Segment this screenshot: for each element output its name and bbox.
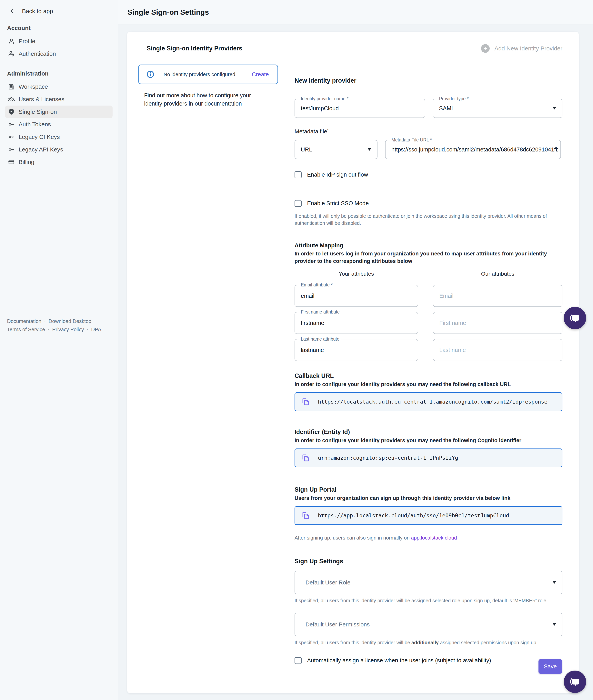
save-button[interactable]: Save	[539, 659, 562, 674]
lastname-attribute-field[interactable]: Last name attribute lastname	[294, 339, 418, 361]
providers-list-column: No identity providers configured. Create…	[138, 65, 278, 664]
firstname-attribute-label: First name attribute	[299, 309, 342, 315]
footer-link-download-desktop[interactable]: Download Desktop	[41, 317, 91, 325]
lastname-attribute-label: Last name attribute	[299, 336, 342, 342]
main-area: Single Sign-on Settings Single Sign-on I…	[118, 0, 593, 700]
default-user-permissions-help: If specified, all users from this identi…	[294, 639, 562, 646]
email-attribute-label: Email attribute *	[299, 282, 334, 288]
metadata-url-value: https://sso.jumpcloud.com/saml2/metadata…	[391, 146, 558, 153]
sidebar-item-workspace[interactable]: Workspace	[5, 80, 113, 93]
idp-name-label: Identity provider name *	[299, 96, 350, 102]
sidebar-item-profile[interactable]: Profile	[5, 35, 113, 47]
strict-sso-checkbox-row[interactable]: Enable Strict SSO Mode	[294, 200, 562, 207]
email-attribute-field[interactable]: Email attribute * email	[294, 285, 418, 307]
sidebar-section-account: Account	[7, 25, 118, 31]
sidebar-item-users-licenses[interactable]: Users & Licenses	[5, 93, 113, 106]
checkbox-unchecked-icon	[294, 171, 302, 178]
add-identity-provider-button[interactable]: Add New Identity Provider	[481, 44, 562, 53]
email-attribute-value: email	[301, 293, 404, 299]
sidebar-item-legacy-ci-keys[interactable]: Legacy CI Keys	[5, 131, 113, 143]
idp-name-field[interactable]: Identity provider name * testJumpCloud	[294, 99, 425, 118]
sidebar-item-authentication[interactable]: Authentication	[5, 47, 113, 60]
your-attributes-header: Your attributes	[294, 271, 418, 277]
auto-license-checkbox-row[interactable]: Automatically assign a license when the …	[294, 657, 562, 664]
sidebar-footer: Documentation Download Desktop Terms of …	[7, 317, 113, 334]
card-header: Single Sign-on Identity Providers Add Ne…	[138, 44, 562, 53]
new-provider-form-column: New identity provider Identity provider …	[294, 65, 562, 664]
docs-note: Find out more about how to configure you…	[144, 91, 270, 108]
checkbox-unchecked-icon	[294, 657, 302, 664]
chevron-down-icon	[552, 107, 557, 110]
attribute-mapping-description: In order to let users log in from your o…	[294, 250, 562, 265]
plus-circle-icon	[481, 44, 490, 53]
back-to-app-button[interactable]: Back to app	[0, 0, 118, 14]
attribute-mapping-heading: Attribute Mapping	[294, 242, 562, 249]
create-provider-link[interactable]: Create	[252, 71, 269, 78]
sidebar-item-auth-tokens[interactable]: Auth Tokens	[5, 118, 113, 131]
chevron-down-icon	[367, 148, 371, 151]
metadata-file-label: Metadata file*	[294, 128, 562, 135]
sidebar-item-single-sign-on[interactable]: Single Sign-on	[5, 106, 113, 118]
sidebar-item-billing[interactable]: Billing	[5, 156, 113, 168]
strict-sso-label: Enable Strict SSO Mode	[307, 200, 369, 207]
person-key-icon	[8, 50, 15, 57]
form-heading: New identity provider	[294, 77, 562, 84]
idp-signout-checkbox-row[interactable]: Enable IdP sign out flow	[294, 171, 562, 178]
firstname-target-placeholder: First name	[439, 320, 548, 326]
lastname-target-field[interactable]: Last name	[433, 339, 562, 361]
credit-card-icon	[8, 159, 15, 165]
copy-icon[interactable]	[301, 511, 310, 520]
sidebar-item-label: Billing	[18, 158, 34, 165]
our-attributes-header: Our attributes	[433, 271, 562, 277]
alert-text: No identity providers configured.	[164, 71, 252, 77]
sidebar-item-legacy-api-keys[interactable]: Legacy API Keys	[5, 143, 113, 156]
footer-link-dpa[interactable]: DPA	[84, 325, 101, 334]
sidebar-item-label: Legacy CI Keys	[18, 134, 60, 141]
signup-portal-copybox: https://app.localstack.cloud/auth/sso/1e…	[294, 506, 562, 525]
identifier-copybox: urn:amazon:cognito:sp:eu-central-1_IPnPs…	[294, 448, 562, 467]
back-to-app-label: Back to app	[22, 8, 53, 14]
copy-icon[interactable]	[301, 397, 310, 406]
signup-portal-heading: Sign Up Portal	[294, 486, 562, 493]
metadata-url-label: Metadata File URL *	[389, 137, 434, 143]
copy-icon[interactable]	[301, 453, 310, 463]
signup-portal-url-value: https://app.localstack.cloud/auth/sso/1e…	[318, 512, 509, 519]
provider-type-select[interactable]: Provider type * SAML	[433, 99, 562, 118]
firstname-attribute-field[interactable]: First name attribute firstname	[294, 312, 418, 334]
checkbox-unchecked-icon	[294, 200, 302, 207]
sso-settings-card: Single Sign-on Identity Providers Add Ne…	[127, 32, 579, 693]
metadata-source-value: URL	[301, 146, 363, 153]
provider-type-value: SAML	[439, 105, 548, 112]
callback-url-description: In order to configure your identity prov…	[294, 380, 562, 388]
attribute-columns-header: Your attributes Our attributes	[294, 271, 562, 277]
sidebar-item-label: Users & Licenses	[18, 96, 64, 103]
lastname-target-placeholder: Last name	[439, 347, 548, 353]
footer-link-privacy[interactable]: Privacy Policy	[45, 325, 84, 334]
callback-url-copybox: https://localstack.auth.eu-central-1.ama…	[294, 392, 562, 411]
chat-widget-button[interactable]	[564, 671, 586, 693]
signup-note-text: After signing up, users can also sign in…	[294, 535, 411, 541]
metadata-source-select[interactable]: URL	[294, 140, 378, 159]
no-providers-alert: No identity providers configured. Create	[138, 65, 278, 84]
key-icon	[8, 121, 15, 128]
signup-portal-description: Users from your organization can sign up…	[294, 494, 562, 502]
chat-bubble-icon	[569, 676, 581, 688]
firstname-target-field[interactable]: First name	[433, 312, 562, 334]
provider-type-label: Provider type *	[437, 96, 471, 102]
key-icon	[8, 134, 15, 140]
sidebar-item-label: Profile	[18, 38, 35, 45]
auto-license-label: Automatically assign a license when the …	[307, 657, 491, 664]
app-localstack-link[interactable]: app.localstack.cloud	[411, 535, 457, 541]
idp-signout-label: Enable IdP sign out flow	[307, 172, 368, 178]
footer-link-terms[interactable]: Terms of Service	[7, 325, 45, 334]
sidebar-item-label: Auth Tokens	[18, 121, 51, 128]
default-user-permissions-select[interactable]: Default User Permissions	[294, 613, 562, 636]
sidebar-section-administration: Administration	[7, 70, 118, 77]
email-target-field[interactable]: Email	[433, 285, 562, 307]
footer-link-documentation[interactable]: Documentation	[7, 317, 41, 325]
email-target-placeholder: Email	[439, 293, 548, 299]
default-user-role-placeholder: Default User Role	[306, 579, 548, 586]
chat-widget-button[interactable]	[564, 307, 586, 329]
default-user-role-select[interactable]: Default User Role	[294, 571, 562, 594]
metadata-url-field[interactable]: Metadata File URL * https://sso.jumpclou…	[385, 140, 561, 159]
